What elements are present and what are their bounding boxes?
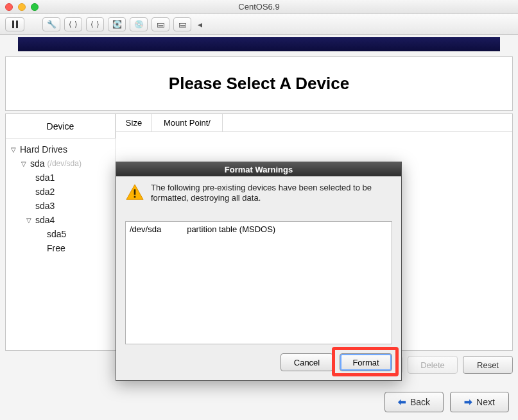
format-device-list: /dev/sda partition table (MSDOS) xyxy=(125,221,392,344)
back-label: Back xyxy=(410,397,430,407)
settings-icon[interactable]: 🔧 xyxy=(42,17,60,31)
column-header-size[interactable]: Size xyxy=(116,114,152,132)
column-header-device[interactable]: Device xyxy=(6,114,116,139)
dialog-buttons: Cancel Format xyxy=(116,344,401,380)
tree-label: Hard Drives xyxy=(20,144,67,155)
delete-button: Delete xyxy=(408,356,458,374)
arrow-right-icon: ➡ xyxy=(464,396,472,408)
format-button[interactable]: Format xyxy=(340,353,392,371)
vm-toolbar: 🔧 ⟨ ⟩ ⟨ ⟩ 💽 💿 🖴 🖴 ◂ xyxy=(0,14,518,35)
nav-row: ⬅ Back ➡ Next xyxy=(384,392,509,412)
caret-down-icon[interactable]: ▽ xyxy=(25,217,33,224)
device-tree[interactable]: ▽ Hard Drives ▽ sda (/dev/sda) sda1 sda2… xyxy=(6,139,116,255)
tree-row-sda[interactable]: ▽ sda (/dev/sda) xyxy=(10,156,116,171)
tree-row-sda3[interactable]: sda3 xyxy=(10,199,116,213)
caret-down-icon[interactable]: ▽ xyxy=(10,146,17,153)
network-icon[interactable]: 🖴 xyxy=(151,17,169,31)
tree-row-sda1[interactable]: sda1 xyxy=(10,171,116,185)
svg-rect-0 xyxy=(134,189,136,194)
content-area: Please Select A Device Device ▽ Hard Dri… xyxy=(0,35,518,420)
next-label: Next xyxy=(476,397,495,407)
dialog-message: The following pre-existing devices have … xyxy=(151,183,392,217)
device-path: (/dev/sda) xyxy=(47,159,82,168)
svg-rect-1 xyxy=(134,196,136,198)
next-button[interactable]: ➡ Next xyxy=(450,392,509,412)
format-warnings-dialog: Format Warnings The following pre-existi… xyxy=(116,162,402,381)
tree-label: sda xyxy=(30,158,45,169)
reset-button[interactable]: Reset xyxy=(463,356,513,374)
tree-label: sda1 xyxy=(35,172,55,183)
list-item: /dev/sda partition table (MSDOS) xyxy=(130,224,388,234)
disk-icon[interactable]: 💽 xyxy=(108,17,126,31)
tree-label: sda2 xyxy=(35,187,55,197)
back-button[interactable]: ⬅ Back xyxy=(384,392,444,412)
warning-icon xyxy=(125,183,144,202)
dialog-title: Format Warnings xyxy=(116,162,401,176)
tree-label: sda4 xyxy=(35,215,55,225)
toolbar-collapse-icon[interactable]: ◂ xyxy=(195,19,204,29)
tree-row-sda5[interactable]: sda5 xyxy=(10,227,116,241)
arrow-left-icon: ⬅ xyxy=(398,396,406,408)
tree-label: Free xyxy=(47,243,65,253)
tree-label: sda5 xyxy=(47,229,66,239)
device-path: /dev/sda xyxy=(130,224,161,234)
unity-icon[interactable]: ⟨ ⟩ xyxy=(86,17,104,31)
main-panel: Please Select A Device xyxy=(5,56,513,111)
pause-button[interactable] xyxy=(5,17,24,31)
page-title: Please Select A Device xyxy=(6,57,512,110)
column-header-mount[interactable]: Mount Point/ xyxy=(152,114,223,132)
tree-row-sda2[interactable]: sda2 xyxy=(10,185,116,199)
device-desc: partition table (MSDOS) xyxy=(187,224,275,234)
fullscreen-icon[interactable]: ⟨ ⟩ xyxy=(64,17,82,31)
caret-down-icon[interactable]: ▽ xyxy=(20,160,28,167)
tree-row-free[interactable]: Free xyxy=(10,241,116,255)
tree-row-hard-drives[interactable]: ▽ Hard Drives xyxy=(10,142,116,156)
mac-titlebar: CentOS6.9 xyxy=(0,0,518,14)
window-title: CentOS6.9 xyxy=(0,2,518,12)
usb-icon[interactable]: 🖴 xyxy=(173,17,191,31)
cancel-button[interactable]: Cancel xyxy=(281,353,333,371)
installer-banner xyxy=(18,37,500,51)
column-header-blank xyxy=(223,114,512,132)
tree-row-sda4[interactable]: ▽ sda4 xyxy=(10,213,116,227)
cd-icon[interactable]: 💿 xyxy=(130,17,148,31)
tree-label: sda3 xyxy=(35,201,55,211)
